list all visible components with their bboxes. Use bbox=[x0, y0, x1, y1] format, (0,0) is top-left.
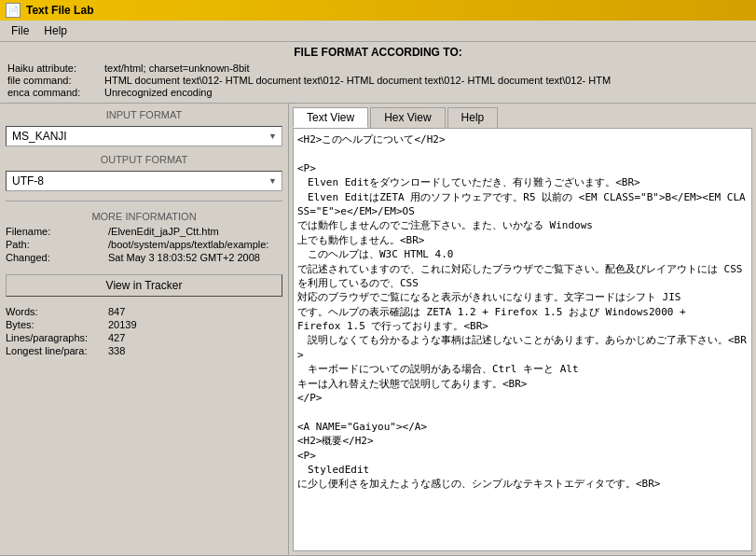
title-bar-text: Text File Lab bbox=[26, 4, 93, 17]
haiku-attribute-value: text/html; charset=unknown-8bit bbox=[104, 63, 250, 74]
lines-label: Lines/paragraphs: bbox=[6, 332, 108, 343]
tab-hex-view[interactable]: Hex View bbox=[370, 107, 445, 128]
more-info-section: MORE INFORMATION Filename: /ElvenEdit_ja… bbox=[6, 211, 282, 265]
changed-label: Changed: bbox=[6, 252, 108, 263]
output-format-label: OUTPUT FORMAT bbox=[6, 154, 282, 165]
tab-bar: Text View Hex View Help bbox=[293, 107, 752, 128]
longest-label: Longest line/para: bbox=[6, 345, 108, 356]
enca-command-label: enca command: bbox=[7, 87, 101, 98]
file-format-title: FILE FORMAT ACCORDING TO: bbox=[7, 46, 749, 59]
words-row: Words: 847 bbox=[6, 306, 282, 317]
bytes-row: Bytes: 20139 bbox=[6, 319, 282, 330]
bytes-label: Bytes: bbox=[6, 319, 108, 330]
lines-row: Lines/paragraphs: 427 bbox=[6, 332, 282, 343]
app-icon: 📄 bbox=[6, 3, 21, 18]
input-format-wrapper[interactable]: MS_KANJI bbox=[6, 126, 282, 146]
text-view-content[interactable]: <H2>このヘルプについて</H2> <P> Elven Editをダウンロード… bbox=[293, 128, 752, 551]
menu-bar: File Help bbox=[0, 21, 756, 42]
bytes-value: 20139 bbox=[108, 319, 164, 330]
path-row: Path: /boot/system/apps/textlab/example: bbox=[6, 239, 282, 250]
file-command-row: file command: HTML document text\012- HT… bbox=[7, 75, 749, 86]
path-label: Path: bbox=[6, 239, 108, 250]
file-format-section: FILE FORMAT ACCORDING TO: Haiku attribut… bbox=[0, 42, 756, 104]
filename-value: /ElvenEdit_jaJP_Ctt.htm bbox=[108, 226, 219, 237]
left-panel: INPUT FORMAT MS_KANJI OUTPUT FORMAT UTF-… bbox=[0, 104, 289, 555]
file-command-value: HTML document text\012- HTML document te… bbox=[104, 75, 611, 86]
menu-help[interactable]: Help bbox=[36, 22, 75, 39]
changed-value: Sat May 3 18:03:52 GMT+2 2008 bbox=[108, 252, 260, 263]
stats-table: Words: 847 Bytes: 20139 Lines/paragraphs… bbox=[6, 306, 282, 358]
filename-row: Filename: /ElvenEdit_jaJP_Ctt.htm bbox=[6, 226, 282, 237]
output-format-wrapper[interactable]: UTF-8 bbox=[6, 171, 282, 191]
filename-label: Filename: bbox=[6, 226, 108, 237]
view-tracker-button[interactable]: View in Tracker bbox=[6, 274, 282, 297]
input-format-label: INPUT FORMAT bbox=[6, 109, 282, 120]
right-panel: Text View Hex View Help <H2>このヘルプについて</H… bbox=[289, 104, 756, 555]
words-value: 847 bbox=[108, 306, 164, 317]
file-command-label: file command: bbox=[7, 75, 101, 86]
path-value: /boot/system/apps/textlab/example: bbox=[108, 239, 268, 250]
divider-1 bbox=[6, 201, 282, 202]
haiku-attribute-row: Haiku attribute: text/html; charset=unkn… bbox=[7, 63, 749, 74]
enca-command-value: Unrecognized encoding bbox=[104, 87, 213, 98]
words-label: Words: bbox=[6, 306, 108, 317]
more-info-label: MORE INFORMATION bbox=[6, 211, 282, 222]
tab-help[interactable]: Help bbox=[447, 107, 499, 128]
title-bar: 📄 Text File Lab bbox=[0, 0, 756, 21]
longest-row: Longest line/para: 338 bbox=[6, 345, 282, 356]
enca-command-row: enca command: Unrecognized encoding bbox=[7, 87, 749, 98]
changed-row: Changed: Sat May 3 18:03:52 GMT+2 2008 bbox=[6, 252, 282, 263]
input-format-dropdown[interactable]: MS_KANJI bbox=[6, 126, 282, 146]
longest-value: 338 bbox=[108, 345, 164, 356]
lines-value: 427 bbox=[108, 332, 164, 343]
output-format-dropdown[interactable]: UTF-8 bbox=[6, 171, 282, 191]
tab-text-view[interactable]: Text View bbox=[293, 107, 368, 128]
menu-file[interactable]: File bbox=[4, 22, 36, 39]
haiku-attribute-label: Haiku attribute: bbox=[7, 63, 101, 74]
